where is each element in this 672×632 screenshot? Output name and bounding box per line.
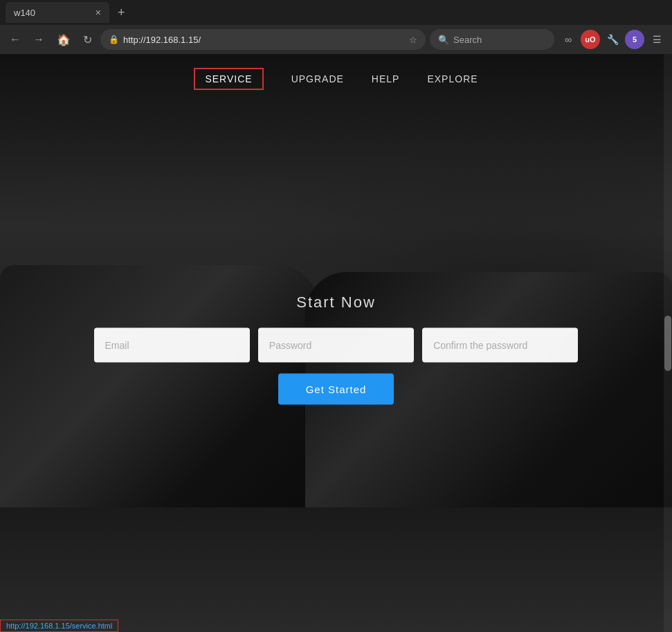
password-input[interactable] — [258, 327, 414, 362]
site-nav: SERVICE UPGRADE HELP EXPLORE — [0, 54, 672, 104]
nav-help[interactable]: HELP — [372, 73, 400, 84]
search-bar[interactable]: 🔍 Search — [430, 29, 554, 50]
search-label: Search — [453, 35, 482, 45]
tab-close-button[interactable]: × — [96, 7, 101, 18]
nav-explore[interactable]: EXPLORE — [427, 73, 478, 84]
home-button[interactable]: 🏠 — [53, 30, 75, 49]
hero-title: Start Now — [94, 293, 579, 311]
tab-bar: w140 × + — [0, 0, 672, 25]
browser-chrome: w140 × + ← → 🏠 ↻ 🔒 http://192.168.1.15/ … — [0, 0, 672, 632]
nav-upgrade[interactable]: UPGRADE — [291, 73, 344, 84]
scrollbar-thumb[interactable] — [664, 316, 671, 371]
browser-nav-icons: ∞ uO 🔧 5 ☰ — [559, 30, 666, 49]
infinity-icon-button[interactable]: ∞ — [559, 30, 578, 49]
nav-service[interactable]: SERVICE — [194, 68, 263, 90]
get-started-button[interactable]: Get Started — [278, 373, 394, 404]
email-input[interactable] — [94, 327, 250, 362]
forward-button[interactable]: → — [29, 30, 48, 48]
road-background — [0, 507, 672, 632]
user-count-button[interactable]: 5 — [625, 30, 644, 49]
wrench-icon-button[interactable]: 🔧 — [603, 30, 622, 49]
new-tab-button[interactable]: + — [112, 6, 131, 20]
tab-title: w140 — [14, 8, 35, 18]
site-main: Start Now Get Started — [94, 293, 579, 404]
browser-tab[interactable]: w140 × — [6, 2, 109, 23]
confirm-password-input[interactable] — [422, 327, 578, 362]
lock-icon: 🔒 — [109, 35, 119, 44]
refresh-button[interactable]: ↻ — [79, 30, 96, 49]
url-text: http://192.168.1.15/ — [123, 35, 201, 45]
search-icon: 🔍 — [438, 35, 449, 45]
status-bar: http://192.168.1.15/service.html — [0, 620, 118, 632]
back-button[interactable]: ← — [6, 30, 25, 48]
uo-icon-button[interactable]: uO — [581, 30, 600, 49]
bookmark-icon[interactable]: ☆ — [409, 35, 417, 45]
nav-bar: ← → 🏠 ↻ 🔒 http://192.168.1.15/ ☆ 🔍 Searc… — [0, 25, 672, 54]
scrollbar-track[interactable] — [664, 54, 672, 632]
website-content: SERVICE UPGRADE HELP EXPLORE Start Now G… — [0, 54, 672, 632]
menu-button[interactable]: ☰ — [647, 30, 666, 49]
signup-form — [94, 327, 579, 362]
url-bar[interactable]: 🔒 http://192.168.1.15/ ☆ — [100, 29, 426, 50]
